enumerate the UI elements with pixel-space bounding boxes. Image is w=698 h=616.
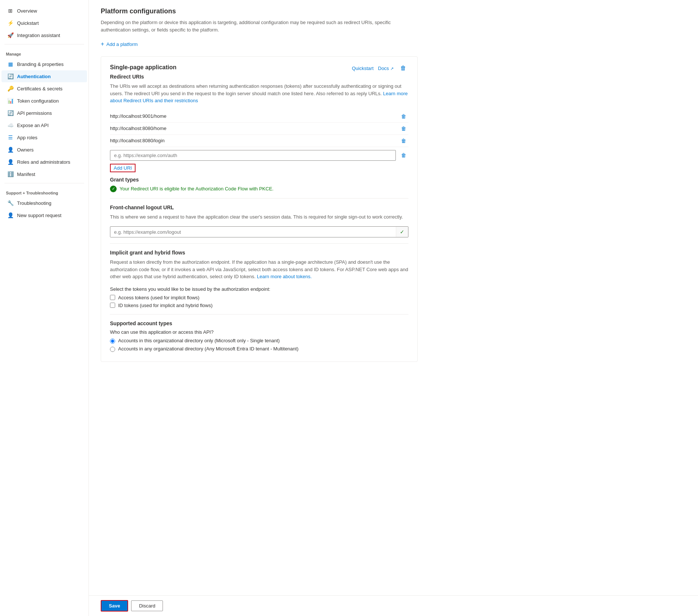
supported-accounts-section: Supported account types Who can use this…: [110, 314, 408, 352]
logout-url-input[interactable]: [110, 227, 396, 237]
redirect-desc: The URIs we will accept as destinations …: [110, 83, 408, 104]
account-option2-label: Accounts in any organizational directory…: [118, 346, 298, 352]
implicit-learn-more-link[interactable]: Learn more about tokens.: [257, 274, 312, 279]
uri-input-row: 🗑: [110, 150, 408, 161]
token-icon: 📊: [7, 98, 13, 104]
access-tokens-row: Access tokens (used for implicit flows): [110, 295, 408, 300]
quickstart-link[interactable]: Quickstart: [352, 66, 374, 71]
implicit-select-label: Select the tokens you would like to be i…: [110, 286, 408, 292]
action-bar: Save Discard: [89, 595, 698, 616]
manage-section-header: Manage: [0, 47, 88, 58]
sidebar-item-troubleshooting[interactable]: 🔧 Troubleshooting: [1, 197, 87, 209]
sidebar-item-roles-admins[interactable]: 👤 Roles and administrators: [1, 156, 87, 168]
id-tokens-checkbox[interactable]: [110, 303, 115, 308]
sidebar-item-certificates[interactable]: 🔑 Certificates & secrets: [1, 83, 87, 94]
sidebar-item-quickstart[interactable]: ⚡ Quickstart: [1, 17, 87, 29]
manage-divider: [4, 44, 84, 44]
troubleshooting-icon: 🔧: [7, 200, 13, 206]
logout-input-row: ✓: [110, 226, 408, 237]
manifest-icon: ℹ️: [7, 171, 13, 177]
sidebar-item-integration[interactable]: 🚀 Integration assistant: [1, 29, 87, 41]
account-option2-radio[interactable]: [110, 347, 115, 352]
access-tokens-checkbox[interactable]: [110, 295, 115, 300]
implicit-section: Implicit grant and hybrid flows Request …: [110, 243, 408, 308]
delete-uri-2-button[interactable]: 🗑: [399, 125, 408, 132]
support-section-header: Support + Troubleshooting: [0, 186, 88, 197]
save-button[interactable]: Save: [101, 600, 128, 612]
sidebar-item-overview[interactable]: ⊞ Overview: [1, 5, 87, 17]
sidebar-item-label: App roles: [17, 135, 37, 140]
sidebar-item-label: API permissions: [17, 110, 52, 116]
sidebar-item-label: Manifest: [17, 172, 35, 177]
uri-row-2: http://localhost:8080/home 🗑: [110, 123, 408, 135]
platform-configs-desc: Depending on the platform or device this…: [101, 19, 418, 33]
uri-text-2: http://localhost:8080/home: [110, 126, 167, 131]
supported-accounts-title: Supported account types: [110, 320, 408, 326]
front-channel-section: Front-channel logout URL This is where w…: [110, 198, 408, 238]
app-roles-icon: ☰: [7, 134, 13, 140]
authentication-icon: 🔄: [7, 73, 13, 79]
logout-check-icon: ✓: [396, 227, 408, 237]
content-area: Platform configurations Depending on the…: [89, 0, 430, 378]
sidebar-item-branding[interactable]: ▦ Branding & properties: [1, 58, 87, 70]
grant-type-row: ✓ Your Redirect URI is eligible for the …: [110, 186, 408, 192]
sidebar-item-label: Troubleshooting: [17, 200, 51, 206]
sidebar-item-label: Expose an API: [17, 123, 49, 128]
quickstart-icon: ⚡: [7, 20, 13, 26]
sidebar-item-label: Certificates & secrets: [17, 86, 63, 91]
account-option1-row: Accounts in this organizational director…: [110, 338, 408, 344]
account-option1-label: Accounts in this organizational director…: [118, 338, 280, 343]
uri-input[interactable]: [110, 150, 396, 161]
api-permissions-icon: 🔄: [7, 110, 13, 116]
grant-type-msg: Your Redirect URI is eligible for the Au…: [120, 186, 274, 192]
grant-types-title: Grant types: [110, 177, 408, 183]
spa-title: Single-page application: [110, 64, 177, 71]
sidebar-item-label: Overview: [17, 8, 37, 14]
sidebar-item-label: Integration assistant: [17, 33, 60, 38]
external-link-icon: ↗: [390, 66, 394, 71]
sidebar-item-api-permissions[interactable]: 🔄 API permissions: [1, 107, 87, 119]
delete-uri-1-button[interactable]: 🗑: [399, 113, 408, 120]
sidebar-item-label: New support request: [17, 213, 61, 218]
sidebar-item-label: Branding & properties: [17, 61, 64, 67]
account-option1-radio[interactable]: [110, 339, 115, 344]
uri-row-3: http://localhost:8080/login 🗑: [110, 135, 408, 147]
front-channel-desc: This is where we send a request to have …: [110, 213, 408, 221]
sidebar-item-authentication[interactable]: 🔄 Authentication: [1, 70, 87, 82]
sidebar-item-expose-api[interactable]: ☁️ Expose an API: [1, 119, 87, 131]
roles-admins-icon: 👤: [7, 159, 13, 165]
delete-uri-3-button[interactable]: 🗑: [399, 137, 408, 144]
uri-text-1: http://localhost:9001/home: [110, 113, 167, 119]
owners-icon: 👤: [7, 147, 13, 153]
sidebar-item-label: Token configuration: [17, 98, 59, 104]
sidebar-item-manifest[interactable]: ℹ️ Manifest: [1, 168, 87, 180]
card-actions: Quickstart Docs ↗ 🗑: [352, 64, 408, 72]
integration-icon: 🚀: [7, 32, 13, 38]
discard-button[interactable]: Discard: [131, 600, 163, 611]
certificates-icon: 🔑: [7, 86, 13, 91]
expose-api-icon: ☁️: [7, 122, 13, 128]
spa-card: Single-page application Quickstart Docs …: [101, 56, 418, 362]
sidebar-item-token-config[interactable]: 📊 Token configuration: [1, 95, 87, 107]
sidebar-item-label: Authentication: [17, 74, 51, 79]
add-uri-button[interactable]: Add URI: [110, 164, 136, 172]
sidebar-item-owners[interactable]: 👤 Owners: [1, 144, 87, 156]
add-platform-button[interactable]: + Add a platform: [101, 39, 138, 49]
docs-link[interactable]: Docs ↗: [378, 66, 394, 71]
add-platform-label: Add a platform: [106, 41, 138, 47]
front-channel-title: Front-channel logout URL: [110, 204, 408, 210]
delete-uri-input-button[interactable]: 🗑: [399, 151, 408, 159]
uri-text-3: http://localhost:8080/login: [110, 138, 164, 143]
card-header: Single-page application Quickstart Docs …: [110, 64, 408, 72]
implicit-title: Implicit grant and hybrid flows: [110, 250, 408, 256]
id-tokens-label: ID tokens (used for implicit and hybrid …: [118, 303, 213, 308]
sidebar-item-app-roles[interactable]: ☰ App roles: [1, 131, 87, 143]
platform-configs-title: Platform configurations: [101, 7, 418, 15]
new-support-icon: 👤: [7, 212, 13, 218]
supported-accounts-label: Who can use this application or access t…: [110, 329, 408, 335]
grant-types-section: Grant types ✓ Your Redirect URI is eligi…: [110, 177, 408, 192]
overview-icon: ⊞: [7, 8, 13, 14]
delete-spa-button[interactable]: 🗑: [398, 64, 408, 72]
plus-icon: +: [101, 41, 104, 47]
sidebar-item-new-support[interactable]: 👤 New support request: [1, 209, 87, 221]
